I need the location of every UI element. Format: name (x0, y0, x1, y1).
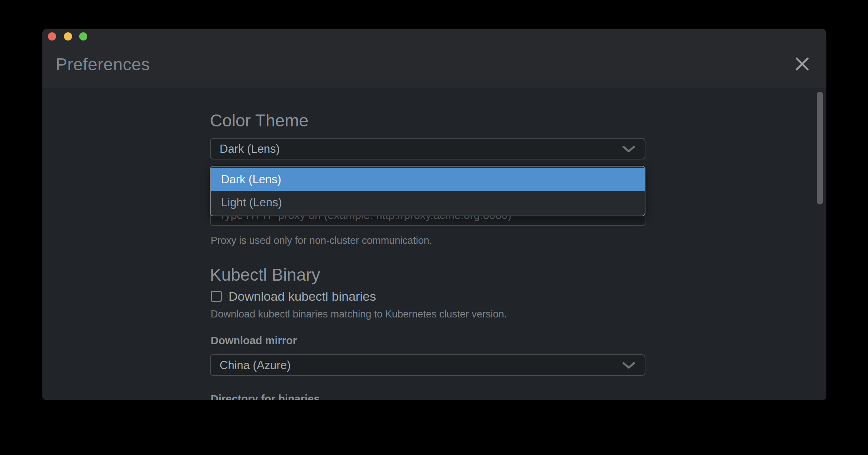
color-theme-dropdown: Dark (Lens) Light (Lens) (210, 166, 645, 216)
download-kubectl-checkbox-row[interactable]: Download kubectl binaries (211, 290, 376, 303)
close-traffic-light[interactable] (48, 32, 56, 41)
preferences-content: Color Theme Dark (Lens) Dark (Lens) Ligh… (42, 88, 826, 400)
dropdown-option-light[interactable]: Light (Lens) (211, 191, 645, 214)
window-title: Preferences (56, 55, 150, 74)
desktop-background: Preferences Color Theme Dark (Lens) (0, 0, 868, 455)
directory-for-binaries-label: Directory for binaries (211, 393, 320, 400)
download-kubectl-checkbox-label: Download kubectl binaries (229, 289, 376, 304)
vertical-scrollbar-thumb[interactable] (817, 92, 823, 204)
zoom-traffic-light[interactable] (79, 32, 87, 41)
chevron-down-icon (622, 362, 635, 370)
close-button[interactable] (794, 56, 810, 72)
download-mirror-label: Download mirror (211, 334, 297, 347)
color-theme-heading: Color Theme (210, 111, 308, 130)
download-mirror-select[interactable]: China (Azure) (210, 354, 645, 376)
color-theme-select-value: Dark (Lens) (220, 139, 280, 159)
titlebar: Preferences (42, 29, 826, 88)
checkbox-unchecked-icon[interactable] (211, 291, 222, 302)
proxy-help-text: Proxy is used only for non-cluster commu… (211, 235, 432, 246)
download-mirror-select-value: China (Azure) (220, 355, 291, 375)
kubectl-help-text: Download kubectl binaries matching to Ku… (211, 308, 507, 320)
preferences-window: Preferences Color Theme Dark (Lens) (42, 29, 826, 400)
settings-column: Color Theme Dark (Lens) Dark (Lens) Ligh… (210, 88, 645, 400)
color-theme-select[interactable]: Dark (Lens) (210, 138, 645, 159)
kubectl-binary-heading: Kubectl Binary (210, 265, 320, 284)
close-x-icon (794, 56, 810, 72)
dropdown-option-dark[interactable]: Dark (Lens) (211, 168, 645, 191)
minimize-traffic-light[interactable] (64, 32, 72, 41)
chevron-down-icon (622, 146, 635, 153)
